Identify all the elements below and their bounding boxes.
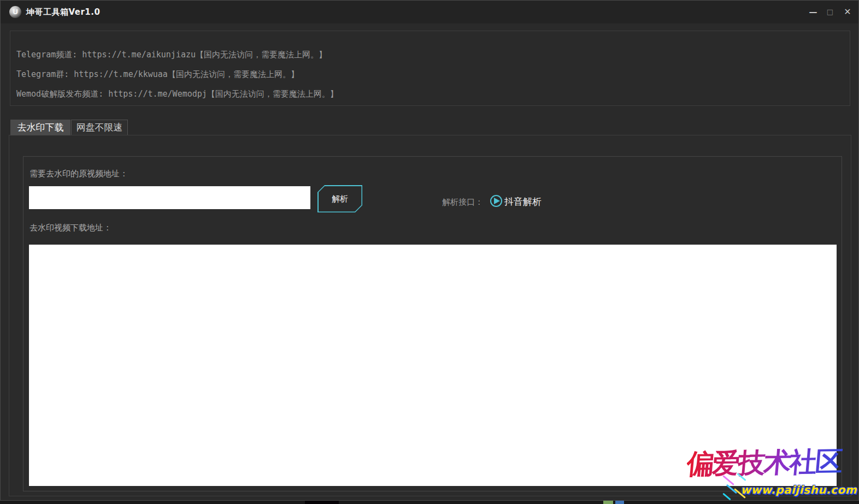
- app-icon: U: [9, 6, 21, 18]
- maximize-button[interactable]: □: [822, 4, 838, 20]
- result-url-label: 去水印视频下载地址：: [30, 223, 111, 233]
- tab-netdisk-speed[interactable]: 网盘不限速: [71, 120, 128, 135]
- radio-play-icon: [494, 198, 500, 204]
- close-button[interactable]: ✕: [839, 4, 856, 20]
- douyin-radio-icon[interactable]: [490, 195, 502, 207]
- tray-icon-green[interactable]: [603, 501, 613, 504]
- taskbar-sliver: [0, 501, 859, 504]
- titlebar: U 坤哥工具箱Ver1.0 — □ ✕: [1, 1, 858, 23]
- tab-watermark-download[interactable]: 去水印下载: [10, 120, 70, 135]
- telegram-channel-line: Telegram频道: https://t.me/aikunjiazu【国内无法…: [16, 45, 844, 64]
- telegram-group-line: Telegram群: https://t.me/kkwuaa【国内无法访问，需要…: [16, 64, 844, 84]
- source-url-input[interactable]: [29, 186, 310, 209]
- app-window: U 坤哥工具箱Ver1.0 — □ ✕ Telegram频道: https://…: [0, 0, 859, 501]
- tray-icon-blue[interactable]: [615, 501, 624, 504]
- minimize-button[interactable]: —: [805, 4, 821, 20]
- info-panel: Telegram频道: https://t.me/aikunjiazu【国内无法…: [10, 31, 850, 106]
- parse-button-label: 解析: [319, 186, 362, 212]
- wemod-channel-line: Wemod破解版发布频道: https://t.me/Wemodpj【国内无法访…: [16, 84, 844, 104]
- source-url-label: 需要去水印的原视频地址：: [30, 169, 128, 179]
- parse-button[interactable]: 解析: [317, 185, 362, 212]
- douyin-parse-option[interactable]: 抖音解析: [504, 195, 542, 208]
- window-title: 坤哥工具箱Ver1.0: [26, 1, 100, 23]
- parse-interface-label: 解析接口：: [442, 197, 483, 207]
- taskbar-app-button[interactable]: [305, 501, 339, 504]
- result-url-textarea[interactable]: [29, 245, 837, 486]
